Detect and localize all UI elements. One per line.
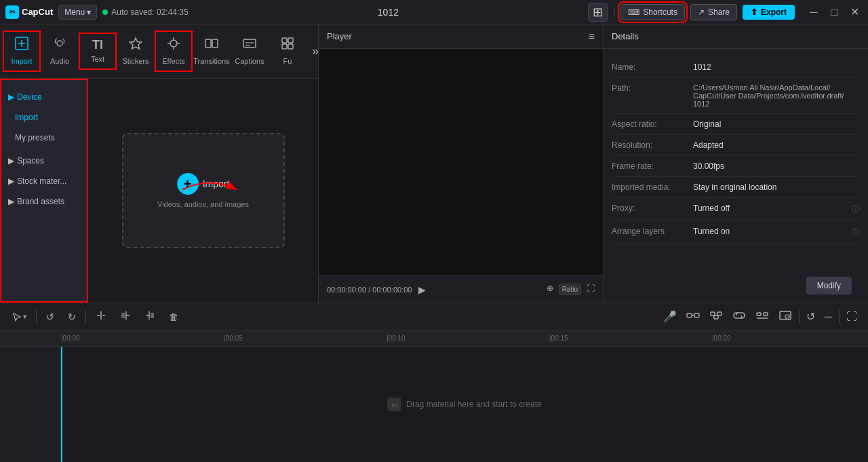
close-button[interactable]: ✕ xyxy=(846,4,863,20)
redo-button[interactable]: ↻ xyxy=(64,309,80,325)
svg-rect-10 xyxy=(205,39,211,47)
details-grid: Name: 1012 Path: C:/Users/Usman Ali Nasi… xyxy=(604,49,868,269)
sidebar-stock-label: Stock mater... xyxy=(17,176,66,186)
detail-aspect-row: Aspect ratio: Original xyxy=(612,114,860,135)
track-labels xyxy=(0,347,61,462)
minimize-button[interactable]: ─ xyxy=(806,4,822,20)
ruler-tick-2: |00:10 xyxy=(387,334,406,342)
tab-text[interactable]: TI Text xyxy=(79,33,117,70)
pip-button[interactable] xyxy=(776,307,795,326)
app-logo: ✂ CapCut xyxy=(5,5,53,19)
modify-button[interactable]: Modify xyxy=(806,277,852,294)
ruler-tick-3: |00:15 xyxy=(549,334,568,342)
player-menu-icon[interactable]: ≡ xyxy=(589,31,595,43)
split-button[interactable] xyxy=(92,307,111,326)
chevron-right-brand-icon: ▶ xyxy=(8,197,14,206)
drag-hint-icon: ▭ xyxy=(387,398,401,411)
group-tracks-button[interactable] xyxy=(707,307,726,326)
tab-import-label: Import xyxy=(11,57,32,65)
tab-captions[interactable]: Captions xyxy=(231,31,269,72)
ruler-tick-4: |00:20 xyxy=(712,334,731,342)
import-tab-icon xyxy=(14,36,29,54)
svg-rect-34 xyxy=(717,312,722,315)
menu-button[interactable]: Menu ▾ xyxy=(58,5,97,20)
shortcuts-icon: ⌨ xyxy=(628,7,639,17)
project-name: 1012 xyxy=(194,7,583,18)
ratio-button[interactable]: Ratio xyxy=(559,284,581,295)
audio-tab-icon xyxy=(52,36,67,54)
trim-left-button[interactable] xyxy=(116,307,135,326)
monitor-button[interactable]: ⊞ xyxy=(588,3,608,22)
share-button[interactable]: ↗ Share xyxy=(690,4,737,20)
logo-icon: ✂ xyxy=(5,5,19,19)
detail-imported-media-row: Imported media: Stay in original locatio… xyxy=(612,177,860,198)
zoom-full-button[interactable]: ⛶ xyxy=(844,308,860,326)
track-area[interactable]: ▭ Drag material here and start to create xyxy=(61,347,868,462)
svg-rect-18 xyxy=(282,44,287,49)
svg-rect-19 xyxy=(288,44,293,49)
ruler-tick-0: |00:00 xyxy=(61,334,80,342)
align-button[interactable] xyxy=(753,307,772,326)
svg-rect-16 xyxy=(282,38,287,43)
detail-proxy-row: Proxy: Turned off ⓘ xyxy=(612,198,860,221)
delete-button[interactable]: 🗑 xyxy=(165,309,182,325)
select-tool-button[interactable]: ▾ xyxy=(8,309,31,324)
undo2-button[interactable]: ↺ xyxy=(804,307,818,326)
link-tracks-button[interactable] xyxy=(684,307,703,326)
fu-tab-icon xyxy=(280,36,295,54)
top-bar: ✂ CapCut Menu ▾ Auto saved: 02:44:35 101… xyxy=(0,0,868,24)
autosave-status: Auto saved: 02:44:35 xyxy=(102,7,188,17)
sidebar-item-device[interactable]: ▶ Device xyxy=(0,87,87,107)
share-icon: ↗ xyxy=(698,7,705,17)
detail-arrange-label: Arrange layers xyxy=(612,227,693,236)
player-right-icons: ⊕ Ratio ⛶ xyxy=(547,284,595,295)
sidebar-item-brand-assets[interactable]: ▶ Brand assets xyxy=(0,191,87,212)
arrange-info-icon[interactable]: ⓘ xyxy=(852,227,860,238)
proxy-info-icon[interactable]: ⓘ xyxy=(852,204,860,215)
timeline-content: ▭ Drag material here and start to create xyxy=(0,347,868,462)
chevron-right-icon: ▶ xyxy=(8,92,14,102)
target-icon[interactable]: ⊕ xyxy=(547,284,553,295)
svg-rect-27 xyxy=(151,313,154,318)
undo-button[interactable]: ↺ xyxy=(42,309,58,325)
tab-transitions-label: Transitions xyxy=(193,57,229,65)
zoom-out-button[interactable]: ─ xyxy=(822,308,835,326)
sidebar-item-my-presets[interactable]: My presets xyxy=(0,128,87,148)
detail-name-row: Name: 1012 xyxy=(612,57,860,78)
ruler-tick-1: |00:05 xyxy=(224,334,243,342)
chevron-right-spaces-icon: ▶ xyxy=(8,156,14,166)
sidebar-item-stock[interactable]: ▶ Stock mater... xyxy=(0,171,87,191)
timeline: ▾ ↺ ↻ 🗑 🎤 xyxy=(0,303,868,462)
tab-import[interactable]: Import xyxy=(3,31,41,72)
fullscreen-icon[interactable]: ⛶ xyxy=(587,284,595,295)
mic-button[interactable]: 🎤 xyxy=(660,307,679,326)
shortcuts-button[interactable]: ⌨ Shortcuts xyxy=(620,4,685,20)
tab-fu[interactable]: Fu xyxy=(269,31,307,72)
playhead xyxy=(61,347,62,462)
clip-link-button[interactable] xyxy=(730,307,749,326)
sidebar-device-group: ▶ Device Import My presets xyxy=(0,84,87,151)
play-button[interactable]: ▶ xyxy=(418,284,426,295)
svg-marker-4 xyxy=(130,38,142,49)
sidebar-item-import[interactable]: Import xyxy=(0,107,87,128)
export-button[interactable]: ⬆ Export xyxy=(743,5,795,20)
import-main-area: + Import Videos, audios, and images xyxy=(88,79,318,303)
detail-name-label: Name: xyxy=(612,62,693,72)
detail-resolution-row: Resolution: Adapted xyxy=(612,135,860,156)
svg-point-5 xyxy=(170,40,177,47)
player-time: 00:00:00:00 / 00:00:00:00 xyxy=(327,286,412,294)
trim-right-button[interactable] xyxy=(140,307,159,326)
tab-transitions[interactable]: Transitions xyxy=(193,31,231,72)
details-header: Details xyxy=(604,24,868,49)
maximize-button[interactable]: □ xyxy=(826,4,842,20)
svg-rect-13 xyxy=(243,39,256,47)
export-icon: ⬆ xyxy=(751,7,757,17)
stickers-tab-icon xyxy=(128,36,143,54)
tab-stickers[interactable]: Stickers xyxy=(117,31,155,72)
detail-proxy-value: Turned off xyxy=(693,204,849,213)
arrow-indicator xyxy=(176,170,257,212)
sidebar-item-spaces[interactable]: ▶ Spaces xyxy=(0,151,87,171)
svg-rect-30 xyxy=(687,313,692,317)
tab-audio[interactable]: Audio xyxy=(41,31,79,72)
tab-effects[interactable]: Effects xyxy=(155,31,193,72)
